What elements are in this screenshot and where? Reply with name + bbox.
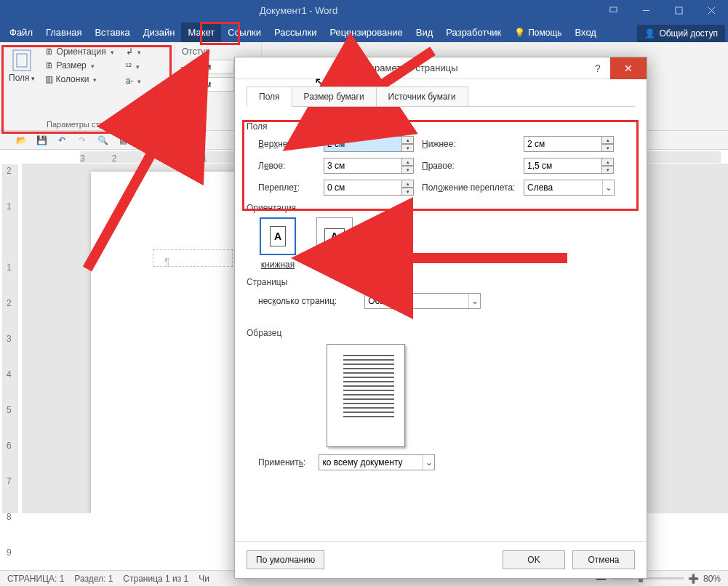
ribbon-options-icon[interactable] <box>597 0 630 20</box>
columns-button[interactable]: ▥Колонки <box>42 73 117 86</box>
gutter-pos-select[interactable]: Слева⌄ <box>524 180 615 196</box>
breaks-button[interactable]: ↲ <box>123 45 145 58</box>
preview-thumbnail <box>327 344 405 447</box>
tab-paper-size[interactable]: Размер бумаги <box>292 87 377 107</box>
chevron-down-icon: ⌄ <box>423 455 434 470</box>
defaults-button[interactable]: По умолчанию <box>247 550 324 569</box>
tab-view[interactable]: Вид <box>409 23 440 42</box>
signin[interactable]: Вход <box>569 23 603 42</box>
tab-file[interactable]: Файл <box>3 23 39 42</box>
orientation-section-title: Ориентация <box>247 203 635 213</box>
multi-pages-select[interactable]: Обычный⌄ <box>364 293 481 309</box>
share-button[interactable]: 👤 Общий доступ <box>637 25 725 42</box>
gutter-label: Переплет: <box>258 182 324 193</box>
cancel-button[interactable]: Отмена <box>572 550 635 569</box>
tab-design[interactable]: Дизайн <box>137 23 182 42</box>
qat-redo-icon[interactable]: ↷ <box>76 134 89 147</box>
qat-image-icon[interactable]: 🖼 <box>137 134 150 147</box>
indent-left-input[interactable] <box>191 60 234 74</box>
close-window-button[interactable] <box>695 0 728 20</box>
gutter-pos-label: Положение переплета: <box>422 182 524 193</box>
hyphenation-button[interactable]: a- <box>123 74 145 87</box>
spin-down[interactable]: ▾ <box>601 144 614 152</box>
maximize-button[interactable] <box>663 0 695 20</box>
spin-down[interactable]: ▾ <box>401 166 414 174</box>
right-margin-input[interactable] <box>524 158 602 174</box>
tellme[interactable]: 💡Помощь <box>508 23 568 42</box>
svg-rect-5 <box>13 50 31 71</box>
line-numbers-icon: ¹² <box>126 61 132 71</box>
tab-paper-source[interactable]: Источник бумаги <box>376 87 468 107</box>
spin-down[interactable]: ▾ <box>601 166 614 174</box>
minimize-button[interactable] <box>630 0 663 20</box>
qat-open-icon[interactable]: 📂 <box>15 134 28 147</box>
tab-references[interactable]: Ссылки <box>221 23 268 42</box>
preview-section-title: Образец <box>247 328 635 338</box>
columns-icon: ▥ <box>45 74 53 84</box>
svg-rect-6 <box>17 54 27 67</box>
tab-review[interactable]: Рецензирование <box>323 23 409 42</box>
fields-section-title: Поля <box>247 121 635 132</box>
ruler-vertical[interactable]: 2 1 1 2 3 4 5 6 7 8 9 <box>2 164 18 513</box>
zoom-in-icon[interactable]: ➕ <box>688 574 699 584</box>
page-setup-dialog: Параметры страницы ? ✕ Поля Размер бумаг… <box>234 57 647 579</box>
chevron-down-icon: ⌄ <box>602 180 614 195</box>
lightbulb-icon: 💡 <box>514 28 525 38</box>
qat-table-icon[interactable]: ▦ <box>116 134 129 147</box>
spin-up[interactable]: ▴ <box>601 136 614 144</box>
size-icon: 🗎 <box>45 60 54 71</box>
svg-rect-0 <box>610 7 617 11</box>
status-section[interactable]: Раздел: 1 <box>74 574 113 584</box>
pages-section-title: Страницы <box>247 277 635 287</box>
margins-icon <box>11 48 33 73</box>
page-setup-group-label: Параметры страницы <box>4 119 169 129</box>
status-page[interactable]: СТРАНИЦА: 1 <box>7 574 64 584</box>
breaks-icon: ↲ <box>126 47 133 57</box>
tab-fields[interactable]: Поля <box>247 87 292 107</box>
tab-developer[interactable]: Разработчик <box>439 23 508 42</box>
status-page-of[interactable]: Страница 1 из 1 <box>123 574 188 584</box>
landscape-icon: A <box>324 228 345 244</box>
spin-up[interactable]: ▴ <box>601 158 614 166</box>
tab-insert[interactable]: Вставка <box>88 23 136 42</box>
spin-up[interactable]: ▴ <box>401 158 414 166</box>
ok-button[interactable]: OK <box>503 550 565 569</box>
spin-down[interactable]: ▾ <box>401 188 414 196</box>
orientation-landscape[interactable]: A альбомная <box>312 217 357 270</box>
spin-up[interactable]: ▴ <box>401 136 414 144</box>
gutter-input[interactable] <box>324 180 402 196</box>
margins-button[interactable]: Поля <box>4 45 39 119</box>
tab-layout[interactable]: Макет <box>181 23 221 42</box>
status-chars[interactable]: Чи <box>199 574 209 584</box>
size-button[interactable]: 🗎Размер <box>42 59 117 72</box>
page-setup-dialog-launcher[interactable]: ↘ <box>163 119 172 128</box>
bottom-margin-label: Нижнее: <box>422 139 524 149</box>
left-margin-input[interactable] <box>324 158 402 174</box>
tab-mailings[interactable]: Рассылки <box>268 23 323 42</box>
qat-undo-icon[interactable]: ↶ <box>55 134 68 147</box>
ribbon-tabs: Файл Главная Вставка Дизайн Макет Ссылки… <box>0 20 728 42</box>
qat-save-icon[interactable]: 💾 <box>35 134 48 147</box>
qat-preview-icon[interactable]: 🔍 <box>96 134 109 147</box>
bottom-margin-input[interactable] <box>524 136 602 152</box>
zoom-value[interactable]: 80% <box>703 574 721 584</box>
line-numbers-button[interactable]: ¹² <box>123 60 145 73</box>
tab-home[interactable]: Главная <box>39 23 88 42</box>
top-margin-input[interactable] <box>324 136 402 152</box>
chevron-down-icon: ⌄ <box>468 294 480 308</box>
portrait-icon: A <box>270 226 286 246</box>
dialog-help-button[interactable]: ? <box>585 63 610 74</box>
apply-select[interactable]: ко всему документу⌄ <box>319 454 435 470</box>
apply-label: Применить: <box>258 457 305 467</box>
right-margin-label: Правое: <box>422 161 524 171</box>
svg-rect-2 <box>676 7 682 13</box>
spin-up[interactable]: ▴ <box>401 180 414 188</box>
dialog-close-button[interactable]: ✕ <box>610 57 647 79</box>
indent-right-input[interactable] <box>191 77 234 92</box>
orientation-button[interactable]: 🗎Ориентация <box>42 45 117 58</box>
spin-down[interactable]: ▾ <box>401 144 414 152</box>
indent-left-icon: → <box>179 62 188 72</box>
multi-pages-label: несколько страниц: <box>258 296 337 306</box>
window-title: Документ1 - Word <box>0 5 597 16</box>
orientation-portrait[interactable]: A книжная <box>260 217 296 270</box>
